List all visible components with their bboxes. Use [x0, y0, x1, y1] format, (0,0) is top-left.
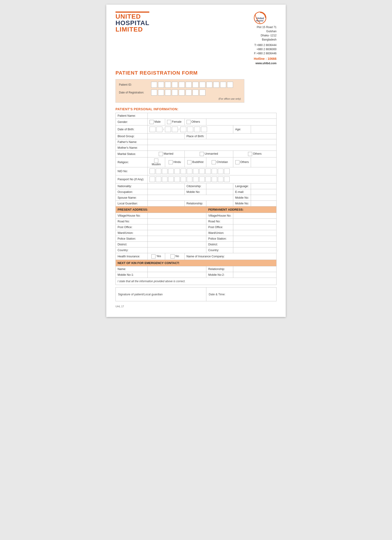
place-birth-field[interactable] — [206, 134, 277, 139]
present-village-field[interactable] — [148, 213, 206, 219]
pass-b9[interactable] — [199, 176, 205, 182]
nid-b3[interactable] — [162, 169, 168, 174]
perm-village-field[interactable] — [233, 213, 277, 219]
id-box-12[interactable] — [227, 82, 233, 88]
patient-name-field[interactable] — [148, 113, 276, 119]
present-police-field[interactable] — [148, 236, 206, 242]
nid-b9[interactable] — [199, 169, 205, 174]
present-district-field[interactable] — [148, 242, 206, 247]
marital-married-checkbox[interactable] — [159, 152, 163, 156]
pass-b8[interactable] — [193, 176, 198, 182]
guardian-mobile-field[interactable] — [251, 201, 276, 206]
perm-post-field[interactable] — [233, 225, 277, 230]
id-box-2[interactable] — [158, 82, 164, 88]
mobile-field[interactable] — [206, 189, 233, 195]
pass-b4[interactable] — [168, 176, 174, 182]
nid-b6[interactable] — [181, 169, 186, 174]
language-field[interactable] — [251, 184, 276, 189]
religion-muslim-checkbox[interactable] — [154, 159, 158, 163]
perm-ward-field[interactable] — [233, 230, 277, 236]
nid-b7[interactable] — [187, 169, 192, 174]
present-road-field[interactable] — [148, 219, 206, 225]
date-box-5[interactable] — [179, 90, 185, 95]
nid-b11[interactable] — [212, 169, 217, 174]
date-box-3[interactable] — [165, 90, 171, 95]
id-box-8[interactable] — [199, 82, 205, 88]
gender-female-checkbox[interactable] — [167, 120, 171, 124]
emergency-mobile2-field[interactable] — [233, 272, 277, 278]
date-box-6[interactable] — [186, 90, 192, 95]
insurance-no-checkbox[interactable] — [170, 254, 175, 259]
date-box-4[interactable] — [172, 90, 178, 95]
date-box-1[interactable] — [151, 90, 157, 95]
nid-b10[interactable] — [205, 169, 211, 174]
nid-b2[interactable] — [156, 169, 161, 174]
religion-others-checkbox[interactable] — [235, 160, 239, 164]
pass-b3[interactable] — [162, 176, 168, 182]
pass-b6[interactable] — [181, 176, 186, 182]
id-box-7[interactable] — [193, 82, 198, 88]
pass-b5[interactable] — [174, 176, 180, 182]
gender-others-checkbox[interactable] — [187, 120, 191, 124]
religion-hindu-checkbox[interactable] — [169, 160, 173, 164]
pass-b1[interactable] — [149, 176, 155, 182]
id-box-4[interactable] — [172, 82, 178, 88]
nationality-field[interactable] — [148, 184, 184, 189]
guardian-field[interactable] — [148, 201, 184, 206]
email-field[interactable] — [251, 189, 276, 195]
dob-y3[interactable] — [194, 127, 200, 132]
pass-b11[interactable] — [212, 176, 217, 182]
occupation-field[interactable] — [148, 189, 184, 195]
id-box-1[interactable] — [151, 82, 157, 88]
nid-b12[interactable] — [218, 169, 223, 174]
marital-others-checkbox[interactable] — [248, 152, 252, 156]
dob-m2[interactable] — [172, 127, 178, 132]
perm-road-field[interactable] — [233, 219, 277, 225]
dob-y2[interactable] — [187, 127, 193, 132]
pass-b7[interactable] — [187, 176, 192, 182]
mothers-name-field[interactable] — [148, 145, 276, 151]
pass-b13[interactable] — [224, 176, 230, 182]
id-box-10[interactable] — [213, 82, 219, 88]
perm-police-field[interactable] — [233, 236, 277, 242]
nid-b1[interactable] — [149, 169, 155, 174]
dob-d2[interactable] — [156, 127, 162, 132]
spouse-mobile-field[interactable] — [251, 195, 276, 201]
id-box-5[interactable] — [179, 82, 185, 88]
emergency-relationship-field[interactable] — [233, 266, 277, 272]
date-box-7[interactable] — [193, 90, 198, 95]
citizenship-field[interactable] — [206, 184, 233, 189]
nid-b8[interactable] — [193, 169, 198, 174]
id-box-3[interactable] — [165, 82, 171, 88]
dob-y1[interactable] — [180, 127, 186, 132]
perm-district-field[interactable] — [233, 242, 277, 247]
spouse-field[interactable] — [148, 195, 233, 201]
relationship-field[interactable] — [206, 201, 233, 206]
dob-d1[interactable] — [149, 127, 155, 132]
dob-y4[interactable] — [201, 127, 207, 132]
present-ward-field[interactable] — [148, 230, 206, 236]
nid-b4[interactable] — [168, 169, 174, 174]
emergency-name-field[interactable] — [148, 266, 206, 272]
perm-country-field[interactable] — [233, 247, 277, 253]
fathers-name-field[interactable] — [148, 139, 276, 145]
emergency-mobile1-field[interactable] — [148, 272, 206, 278]
pass-b10[interactable] — [205, 176, 211, 182]
gender-male-checkbox[interactable] — [149, 120, 154, 124]
present-post-field[interactable] — [148, 225, 206, 230]
id-box-11[interactable] — [220, 82, 226, 88]
present-country-field[interactable] — [148, 247, 206, 253]
id-box-9[interactable] — [206, 82, 212, 88]
marital-unmarried-checkbox[interactable] — [200, 152, 204, 156]
date-box-2[interactable] — [158, 90, 164, 95]
date-box-8[interactable] — [199, 90, 205, 95]
insurance-yes-checkbox[interactable] — [151, 254, 155, 259]
nid-b13[interactable] — [224, 169, 230, 174]
blood-group-field[interactable] — [148, 134, 184, 139]
id-box-6[interactable] — [186, 82, 192, 88]
age-field[interactable] — [251, 125, 276, 134]
nid-b5[interactable] — [174, 169, 180, 174]
religion-buddhist-checkbox[interactable] — [187, 160, 191, 164]
dob-m1[interactable] — [165, 127, 171, 132]
religion-christian-checkbox[interactable] — [212, 160, 216, 164]
